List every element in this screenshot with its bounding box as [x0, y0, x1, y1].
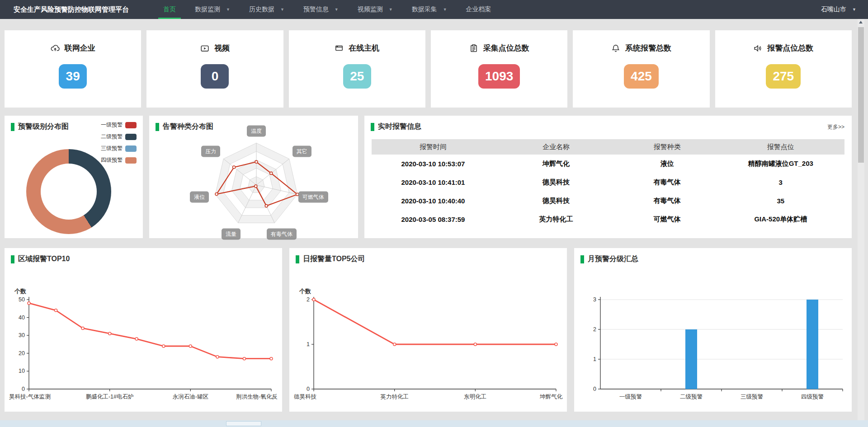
stat-card-collect-points-total: 采集点位总数 1093 [431, 30, 567, 108]
warning-level-donut-chart[interactable] [26, 149, 111, 234]
radar-axis-label: 可燃气体 [298, 192, 328, 203]
panel-title-block [296, 255, 299, 263]
chevron-down-icon: ▼ [226, 7, 230, 12]
region-alarm-top10-line-chart[interactable]: 个数01020304050昊科技-气体监测鹏盛化工-1#电石炉永润石油-罐区荆洪… [8, 287, 278, 409]
legend-item-level3[interactable]: 三级预警 [101, 145, 137, 152]
svg-text:20: 20 [19, 350, 25, 357]
panel-title-block [580, 255, 584, 263]
horizontal-scrollbar-thumb[interactable] [226, 421, 261, 426]
table-row[interactable]: 2020-03-05 08:37:59 英力特化工 可燃气体 GIA-520单体… [372, 210, 844, 229]
svg-text:2: 2 [307, 296, 310, 303]
svg-text:鹏盛化工-1#电石炉: 鹏盛化工-1#电石炉 [86, 394, 134, 400]
panel-title: 预警级别分布图 [18, 122, 69, 131]
alarm-type-radar-chart[interactable]: 温度其它可燃气体有毒气体流量液位压力 [149, 116, 358, 238]
stat-card-connected-enterprises: 联网企业 39 [5, 30, 141, 108]
legend-label: 一级预警 [101, 121, 123, 129]
panel-title: 实时报警信息 [378, 122, 421, 131]
svg-text:英力特化工: 英力特化工 [380, 394, 409, 400]
horizontal-scrollbar[interactable] [0, 420, 868, 427]
nav-item-history-data[interactable]: 历史数据 ▼ [240, 0, 294, 19]
daily-alarm-top5-line-chart[interactable]: 个数012德昊科技英力特化工东明化工坤辉气化 [293, 287, 563, 409]
stat-label: 采集点位总数 [483, 43, 529, 53]
panel-title-block [156, 123, 159, 131]
svg-text:50: 50 [19, 296, 25, 303]
cell-point: 35 [717, 197, 844, 205]
realtime-alarm-table: 报警时间 企业名称 报警种类 报警点位 2020-03-10 10:53:07 … [372, 139, 844, 229]
cell-point: 3 [717, 178, 844, 186]
svg-text:10: 10 [19, 368, 25, 374]
panel-title: 月预警分级汇总 [588, 254, 638, 264]
cell-company: 德昊科技 [495, 197, 618, 205]
legend-swatch [125, 145, 137, 152]
stat-value-badge: 1093 [478, 64, 520, 89]
stat-value-badge: 25 [343, 64, 371, 89]
chevron-down-icon: ▼ [852, 7, 856, 12]
svg-text:0: 0 [22, 386, 25, 392]
radar-axis-label: 流量 [222, 228, 241, 239]
cell-type: 有毒气体 [618, 178, 717, 187]
legend-label: 二级预警 [101, 133, 123, 141]
cell-point: GIA-520单体贮槽 [717, 215, 844, 224]
svg-text:一级预警: 一级预警 [619, 394, 642, 400]
bell-icon [611, 44, 620, 53]
table-row[interactable]: 2020-03-10 10:40:40 德昊科技 有毒气体 35 [372, 192, 844, 210]
vertical-scrollbar-thumb[interactable] [858, 27, 864, 163]
cell-time: 2020-03-10 10:53:07 [372, 160, 495, 168]
vertical-scrollbar[interactable] [858, 19, 864, 420]
stat-card-videos: 视频 0 [146, 30, 283, 108]
legend-label: 四级预警 [101, 156, 123, 164]
panel-title-block [11, 255, 14, 263]
svg-text:东明化工: 东明化工 [464, 394, 486, 400]
svg-text:1: 1 [593, 356, 596, 362]
nav-item-enterprise-archive[interactable]: 企业档案 [457, 0, 501, 19]
cell-type: 有毒气体 [618, 197, 717, 205]
chevron-down-icon: ▼ [443, 7, 447, 12]
legend-label: 三级预警 [101, 145, 123, 152]
nav-item-video-monitor[interactable]: 视频监测 ▼ [348, 0, 402, 19]
svg-text:永润石油-罐区: 永润石油-罐区 [173, 394, 209, 400]
cell-point: 精醇南罐液位GT_203 [717, 160, 844, 168]
region-selector[interactable]: 石嘴山市 ▼ [821, 5, 856, 14]
panel-realtime-alarms: 实时报警信息 更多>> 报警时间 企业名称 报警种类 报警点位 2020-03-… [364, 116, 852, 238]
panel-title-block [11, 123, 14, 131]
stat-label: 系统报警总数 [625, 43, 671, 53]
svg-text:个数: 个数 [14, 288, 26, 295]
nav-item-label: 数据采集 [412, 5, 437, 14]
stat-value-badge: 275 [766, 64, 801, 89]
svg-text:三级预警: 三级预警 [741, 394, 764, 400]
table-row[interactable]: 2020-03-10 10:41:01 德昊科技 有毒气体 3 [372, 173, 844, 192]
svg-text:30: 30 [19, 332, 25, 338]
monthly-warning-bar-chart[interactable]: 0123一级预警二级预警三级预警四级预警 [578, 287, 848, 409]
cell-type: 液位 [618, 160, 717, 168]
panel-title: 区域报警TOP10 [18, 254, 70, 264]
legend-item-level4[interactable]: 四级预警 [101, 156, 137, 164]
cell-time: 2020-03-05 08:37:59 [372, 216, 495, 223]
nav-item-label: 预警信息 [303, 5, 329, 14]
svg-text:0: 0 [307, 386, 310, 392]
panel-title: 日报警量TOP5公司 [303, 254, 365, 264]
stat-card-online-hosts: 在线主机 25 [289, 30, 425, 108]
scroll-up-arrow-icon[interactable] [859, 21, 863, 23]
host-icon [335, 44, 344, 53]
cell-time: 2020-03-10 10:40:40 [372, 197, 495, 205]
table-row[interactable]: 2020-03-10 10:53:07 坤辉气化 液位 精醇南罐液位GT_203 [372, 155, 844, 173]
more-link[interactable]: 更多>> [827, 123, 844, 131]
legend-item-level1[interactable]: 一级预警 [101, 121, 137, 129]
nav-item-data-monitor[interactable]: 数据监测 ▼ [185, 0, 240, 19]
svg-text:40: 40 [19, 314, 25, 321]
clipboard-icon [469, 44, 478, 53]
nav-item-home[interactable]: 首页 [154, 0, 185, 19]
svg-text:荆洪生物-氧化反: 荆洪生物-氧化反 [236, 394, 278, 400]
panel-title: 告警种类分布图 [163, 122, 213, 131]
legend-item-level2[interactable]: 二级预警 [101, 133, 137, 141]
stat-card-alarm-points-total: 报警点位总数 275 [715, 30, 852, 108]
svg-text:坤辉气化: 坤辉气化 [539, 394, 563, 400]
panel-monthly-warning-summary: 月预警分级汇总 0123一级预警二级预警三级预警四级预警 [574, 248, 852, 412]
nav-item-data-collect[interactable]: 数据采集 ▼ [402, 0, 457, 19]
video-icon [200, 44, 209, 53]
svg-text:德昊科技: 德昊科技 [294, 394, 317, 400]
cell-company: 英力特化工 [495, 215, 618, 224]
nav-item-label: 首页 [163, 5, 176, 14]
legend-swatch [125, 157, 137, 164]
nav-item-warning-info[interactable]: 预警信息 ▼ [294, 0, 348, 19]
